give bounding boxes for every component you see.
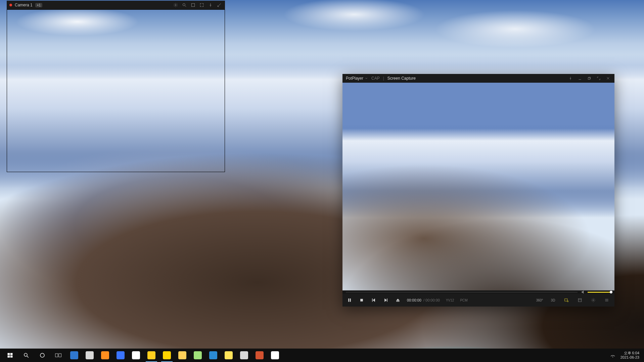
svg-rect-30 [59, 354, 61, 357]
playlist-button[interactable] [603, 297, 610, 303]
camera-overlay-window[interactable]: Camera 1 +1 [7, 1, 225, 172]
clock-date: 2021-06-23 [620, 355, 639, 360]
app-chrome[interactable] [128, 349, 144, 362]
next-button[interactable] [383, 297, 389, 303]
app-paint3d[interactable] [236, 349, 252, 362]
svg-rect-11 [372, 298, 372, 301]
app-edge[interactable] [66, 349, 82, 362]
settings-button[interactable] [590, 297, 597, 303]
clock-time: 오후 6:04 [620, 351, 639, 355]
svg-line-27 [27, 356, 29, 358]
camera-count-badge: +1 [35, 3, 42, 7]
seek-track[interactable] [346, 292, 578, 293]
camera-titlebar[interactable]: Camera 1 +1 [7, 1, 225, 9]
audio-codec-label: PCM [460, 298, 467, 302]
task-view-button[interactable] [50, 349, 66, 362]
app-potplayer[interactable] [144, 349, 159, 362]
time-current: 00:00:00 [407, 298, 421, 302]
pin-icon[interactable] [567, 75, 573, 81]
gear-icon[interactable] [173, 2, 179, 8]
app-explorer[interactable] [175, 349, 190, 362]
potplayer-controls: 00:00:00 / 00:00:00 YV12 PCM 360° 3D [342, 294, 614, 307]
app-paint3d-icon [240, 351, 248, 359]
circle-icon [39, 352, 45, 358]
app-notepadpp[interactable] [190, 349, 205, 362]
expand-icon[interactable] [199, 2, 205, 8]
svg-rect-22 [8, 353, 10, 355]
wifi-icon [610, 352, 616, 358]
title-separator: | [383, 76, 384, 81]
previous-button[interactable] [371, 297, 377, 303]
app-paint[interactable] [82, 349, 97, 362]
svg-line-2 [185, 6, 186, 7]
minimize-icon[interactable] [577, 75, 583, 81]
svg-point-28 [40, 353, 44, 357]
app-photos-icon [209, 351, 217, 359]
svg-point-15 [567, 301, 568, 302]
svg-rect-13 [396, 301, 399, 301]
app-sticky-icon [225, 351, 233, 359]
app-powerpoint[interactable] [252, 349, 267, 362]
video-codec-label: YV12 [446, 298, 454, 302]
app-explorer-icon [178, 351, 186, 359]
time-separator: / [423, 298, 424, 302]
app-todo[interactable] [113, 349, 128, 362]
three-d-button[interactable]: 3D [549, 297, 557, 303]
fit-icon[interactable] [190, 2, 196, 8]
svg-rect-25 [10, 356, 13, 358]
taskbar-apps [66, 349, 283, 362]
app-sticky[interactable] [221, 349, 236, 362]
windows-logo-icon [7, 352, 13, 358]
app-todo-icon [117, 351, 125, 359]
svg-rect-23 [10, 353, 13, 355]
app-potplayer-icon [147, 351, 155, 359]
app-photos[interactable] [205, 349, 221, 362]
svg-rect-12 [387, 298, 387, 301]
potplayer-titlebar[interactable]: PotPlayer CAP | Screen Capture [342, 74, 614, 83]
start-button[interactable] [2, 349, 18, 362]
svg-point-18 [593, 299, 594, 301]
volume-thumb[interactable] [610, 291, 612, 293]
svg-rect-9 [350, 298, 351, 301]
stop-button[interactable] [359, 297, 365, 303]
search-icon[interactable] [181, 2, 187, 8]
camera-viewport[interactable] [7, 9, 225, 172]
close-icon[interactable] [605, 75, 611, 81]
svg-rect-16 [578, 298, 581, 301]
potplayer-window[interactable]: PotPlayer CAP | Screen Capture 00:00: [342, 74, 614, 307]
playback-time: 00:00:00 / 00:00:00 [407, 298, 440, 302]
task-view-icon [55, 353, 62, 358]
potplayer-menu-button[interactable]: PotPlayer [346, 76, 368, 81]
pixel-shader-button[interactable] [563, 297, 570, 303]
collapse-icon[interactable] [216, 2, 222, 8]
taskbar: 오후 6:04 2021-06-23 [0, 349, 644, 362]
svg-rect-24 [8, 356, 10, 358]
app-kakaotalk[interactable] [159, 349, 175, 362]
maximize-icon[interactable] [596, 75, 602, 81]
restore-icon[interactable] [586, 75, 592, 81]
playlist-panel-button[interactable] [576, 297, 584, 303]
tray-network-button[interactable] [608, 349, 618, 362]
eject-button[interactable] [395, 297, 401, 303]
pause-button[interactable] [347, 297, 353, 303]
potplayer-seekbar-row [342, 290, 614, 294]
app-powerpoint-icon [256, 351, 264, 359]
potplayer-video-area[interactable] [342, 83, 614, 290]
svg-point-0 [175, 4, 176, 6]
app-store[interactable] [267, 349, 283, 362]
volume-track[interactable] [588, 292, 611, 293]
svg-point-26 [24, 353, 27, 356]
time-duration: 00:00:00 [425, 298, 440, 302]
cortana-button[interactable] [34, 349, 50, 362]
camera-title: Camera 1 [15, 3, 33, 7]
svg-rect-8 [349, 298, 349, 301]
search-button[interactable] [18, 349, 34, 362]
potplayer-cap-label: CAP [371, 76, 380, 81]
vr360-button[interactable]: 360° [536, 297, 543, 303]
taskbar-clock[interactable]: 오후 6:04 2021-06-23 [618, 351, 642, 360]
svg-rect-3 [191, 3, 194, 6]
pin-icon[interactable] [208, 2, 214, 8]
app-sublime[interactable] [97, 349, 113, 362]
potplayer-app-name: PotPlayer [346, 76, 363, 81]
app-kakaotalk-icon [163, 351, 171, 359]
